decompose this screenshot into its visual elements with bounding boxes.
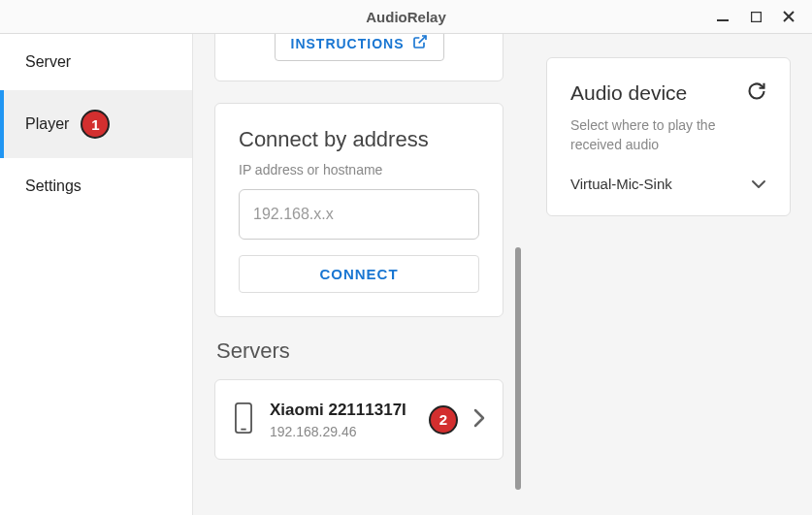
chevron-down-icon bbox=[751, 176, 766, 192]
audio-device-card: Audio device Select where to play the re… bbox=[546, 57, 791, 216]
audio-device-selected: Virtual-Mic-Sink bbox=[570, 176, 672, 192]
minimize-button[interactable] bbox=[713, 7, 732, 26]
server-name: Xiaomi 22111317I bbox=[270, 400, 413, 420]
audio-device-description: Select where to play the received audio bbox=[570, 116, 766, 154]
phone-icon bbox=[233, 402, 254, 438]
main-layout: Server Player 1 Settings INSTRUCTIONS bbox=[0, 34, 812, 515]
app-title: AudioRelay bbox=[366, 9, 446, 25]
connect-card: Connect by address IP address or hostnam… bbox=[214, 103, 503, 317]
audio-device-title: Audio device bbox=[570, 81, 687, 105]
titlebar: AudioRelay bbox=[0, 0, 812, 34]
scrollbar[interactable] bbox=[515, 247, 521, 490]
external-link-icon bbox=[412, 34, 428, 52]
svg-rect-1 bbox=[751, 12, 761, 21]
close-button[interactable] bbox=[779, 7, 798, 26]
right-column: Audio device Select where to play the re… bbox=[525, 34, 812, 515]
servers-title: Servers bbox=[214, 338, 503, 364]
instructions-label: INSTRUCTIONS bbox=[291, 36, 405, 51]
sidebar-item-server[interactable]: Server bbox=[0, 34, 192, 90]
instructions-button[interactable]: INSTRUCTIONS bbox=[275, 34, 444, 61]
server-card[interactable]: Xiaomi 22111317I 192.168.29.46 2 bbox=[214, 379, 503, 460]
svg-line-2 bbox=[418, 36, 425, 43]
sidebar-item-settings[interactable]: Settings bbox=[0, 158, 192, 214]
sidebar: Server Player 1 Settings bbox=[0, 34, 193, 515]
refresh-icon[interactable] bbox=[747, 81, 766, 105]
ip-input[interactable] bbox=[239, 189, 479, 240]
connect-title: Connect by address bbox=[239, 127, 479, 152]
ip-field-label: IP address or hostname bbox=[239, 162, 479, 177]
audio-device-select[interactable]: Virtual-Mic-Sink bbox=[570, 176, 766, 192]
center-column: INSTRUCTIONS Connect by address IP addre… bbox=[193, 34, 525, 515]
annotation-badge: 2 bbox=[429, 405, 458, 435]
annotation-badge: 1 bbox=[81, 110, 110, 139]
maximize-button[interactable] bbox=[746, 7, 765, 26]
svg-rect-3 bbox=[236, 402, 251, 432]
server-ip: 192.168.29.46 bbox=[270, 424, 413, 439]
sidebar-item-label: Server bbox=[25, 53, 71, 71]
instructions-card: INSTRUCTIONS bbox=[214, 34, 503, 81]
svg-rect-0 bbox=[717, 19, 729, 21]
sidebar-item-label: Player bbox=[25, 115, 69, 133]
chevron-right-icon bbox=[473, 408, 485, 432]
window-controls bbox=[713, 0, 806, 33]
sidebar-item-player[interactable]: Player 1 bbox=[0, 90, 192, 158]
connect-button[interactable]: CONNECT bbox=[239, 255, 479, 293]
sidebar-item-label: Settings bbox=[25, 177, 81, 195]
server-row[interactable]: Xiaomi 22111317I 192.168.29.46 2 bbox=[215, 380, 503, 459]
server-info: Xiaomi 22111317I 192.168.29.46 bbox=[270, 400, 413, 439]
